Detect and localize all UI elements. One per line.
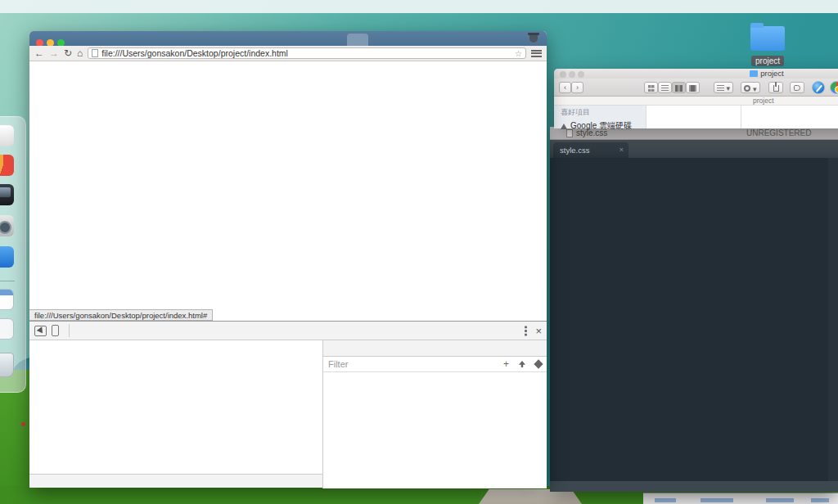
share-button[interactable] bbox=[768, 82, 783, 93]
finder-column-2 bbox=[741, 106, 838, 128]
tag-button[interactable] bbox=[790, 82, 804, 93]
arrange-button[interactable]: ▾ bbox=[714, 82, 733, 93]
finder-path-row: project bbox=[554, 97, 838, 106]
filter-input[interactable]: Filter bbox=[328, 359, 348, 369]
finder-toolbar: ‹ › ▾ ▾ bbox=[554, 79, 838, 97]
sidebar-section-favorites: 喜好項目 bbox=[561, 107, 646, 118]
dock-display-icon[interactable] bbox=[0, 184, 14, 205]
action-gear-button[interactable]: ▾ bbox=[741, 82, 760, 93]
finder-window: project ‹ › ▾ ▾ project 喜好項目 Google 雲端硬碟 bbox=[554, 69, 838, 128]
styles-pane: Filter + bbox=[322, 340, 547, 488]
wallpaper-flower bbox=[21, 422, 25, 426]
divider bbox=[69, 324, 70, 337]
dock-divider bbox=[0, 281, 15, 281]
page-topmenu bbox=[56, 92, 524, 115]
new-style-rule-icon[interactable]: + bbox=[503, 358, 509, 370]
chrome-window: ← → ↻ ⌂ file:///Users/gonsakon/Desktop/p… bbox=[29, 31, 547, 488]
reload-button[interactable]: ↻ bbox=[64, 48, 72, 58]
dock-app-icon-2[interactable] bbox=[0, 155, 14, 176]
sidebar-item-google-drive[interactable]: Google 雲端硬碟 bbox=[561, 120, 646, 132]
view-icon-button[interactable] bbox=[644, 82, 658, 93]
incognito-icon bbox=[527, 33, 540, 44]
dock-app-icon-1[interactable] bbox=[0, 125, 14, 146]
finder-column-1 bbox=[646, 106, 741, 128]
background-text-fragment bbox=[766, 498, 794, 502]
minimap[interactable] bbox=[828, 158, 838, 481]
folder-icon bbox=[750, 70, 758, 77]
desktop: { "menubar": {"items": ["Chrome","檔案","編… bbox=[0, 0, 838, 504]
background-text-fragment bbox=[701, 498, 733, 502]
page-article-black: Lorem ipsum dolor sit amet, consectetur … bbox=[56, 127, 150, 223]
page-footer-gray bbox=[56, 233, 524, 272]
status-bubble: file:///Users/gonsakon/Desktop/project/i… bbox=[29, 309, 213, 321]
back-button[interactable]: ← bbox=[34, 48, 44, 58]
finder-window-title: project bbox=[760, 69, 784, 78]
elements-dom-tree[interactable] bbox=[29, 340, 322, 472]
pin-icon[interactable] bbox=[519, 361, 525, 367]
finder-titlebar[interactable]: project bbox=[554, 69, 838, 79]
desktop-folder-label: project bbox=[751, 56, 784, 66]
chrome-menu-icon[interactable] bbox=[531, 50, 542, 57]
tab-strip bbox=[29, 31, 547, 46]
devtools-panel: × Filter + bbox=[29, 321, 547, 488]
forward-button[interactable]: → bbox=[49, 48, 59, 58]
chrome-icon[interactable] bbox=[830, 81, 838, 94]
sublime-statusbar bbox=[550, 481, 838, 492]
dock-camera-icon[interactable] bbox=[0, 215, 14, 236]
new-tab-button[interactable] bbox=[347, 34, 368, 46]
view-list-button[interactable] bbox=[658, 82, 672, 93]
view-coverflow-button[interactable] bbox=[686, 82, 700, 93]
page-header-red bbox=[56, 62, 524, 83]
page-viewport: Lorem ipsum dolor sit amet, consectetur … bbox=[29, 61, 547, 321]
page-icon bbox=[92, 49, 98, 57]
home-button[interactable]: ⌂ bbox=[77, 48, 83, 58]
view-columns-button[interactable] bbox=[672, 82, 686, 93]
dock bbox=[0, 116, 26, 393]
menu-bar bbox=[0, 0, 838, 13]
page-banner-pink bbox=[182, 127, 524, 148]
dom-breadcrumb bbox=[29, 474, 322, 488]
device-mode-icon[interactable] bbox=[52, 325, 59, 336]
code-editor-area[interactable] bbox=[550, 158, 828, 481]
devtools-toolbar: × bbox=[29, 322, 547, 340]
devtools-menu-icon[interactable] bbox=[525, 326, 527, 336]
sublime-window: style.css UNREGISTERED style.css × bbox=[550, 127, 838, 492]
styles-filter-row: Filter + bbox=[323, 357, 547, 372]
dock-window-thumbnail-2[interactable] bbox=[0, 318, 14, 340]
browser-toolbar: ← → ↻ ⌂ file:///Users/gonsakon/Desktop/p… bbox=[29, 46, 547, 61]
sublime-license-label: UNREGISTERED bbox=[746, 128, 811, 137]
forward-button[interactable]: › bbox=[571, 82, 583, 93]
finder-browser: 喜好項目 Google 雲端硬碟 bbox=[554, 106, 838, 128]
sublime-tab-label: style.css bbox=[560, 146, 589, 155]
dock-window-thumbnail-1[interactable] bbox=[0, 289, 14, 310]
safari-icon[interactable] bbox=[812, 81, 825, 94]
finder-sidebar: 喜好項目 Google 雲端硬碟 bbox=[554, 106, 646, 128]
dock-app-icon-blue[interactable] bbox=[0, 246, 14, 268]
background-text-fragment bbox=[811, 498, 829, 502]
back-button[interactable]: ‹ bbox=[559, 82, 571, 93]
element-state-icon[interactable] bbox=[534, 359, 543, 368]
sublime-tab-style-css[interactable]: style.css × bbox=[553, 142, 628, 158]
sublime-tabbar: style.css × bbox=[550, 140, 838, 158]
folder-icon bbox=[750, 26, 785, 51]
address-bar[interactable]: file:///Users/gonsakon/Desktop/project/i… bbox=[88, 47, 526, 59]
trash-icon[interactable] bbox=[0, 353, 14, 377]
finder-path-label: project bbox=[753, 97, 774, 105]
tab-close-icon[interactable]: × bbox=[619, 145, 624, 154]
desktop-folder-project[interactable]: project bbox=[746, 23, 789, 65]
inspect-element-icon[interactable] bbox=[34, 326, 47, 336]
devtools-close-icon[interactable]: × bbox=[535, 326, 542, 336]
url-text[interactable]: file:///Users/gonsakon/Desktop/project/i… bbox=[101, 48, 288, 58]
bookmark-star-icon[interactable]: ☆ bbox=[515, 49, 522, 58]
background-text-fragment bbox=[655, 498, 676, 502]
background-window-edge bbox=[643, 493, 838, 504]
drive-icon bbox=[561, 124, 567, 129]
